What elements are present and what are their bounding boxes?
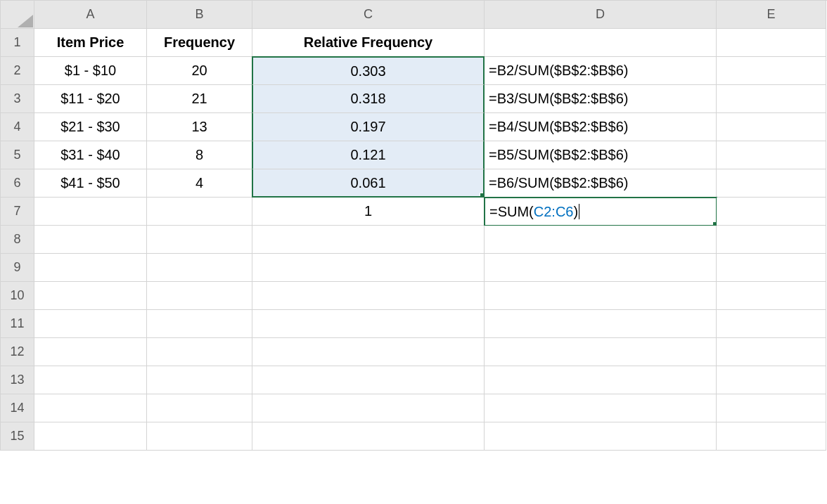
cell-C10[interactable] <box>252 282 485 310</box>
cell-C9[interactable] <box>252 254 485 282</box>
cell-D13[interactable] <box>485 366 717 394</box>
cell-B2[interactable]: 20 <box>147 57 252 85</box>
cell-B4[interactable]: 13 <box>147 113 252 141</box>
cell-D1[interactable] <box>485 29 717 57</box>
cell-B12[interactable] <box>147 338 252 366</box>
cell-B10[interactable] <box>147 282 252 310</box>
cell-A10[interactable] <box>34 282 147 310</box>
cell-D6[interactable]: =B6/SUM($B$2:$B$6) <box>485 169 717 198</box>
cell-A3[interactable]: $11 - $20 <box>34 85 147 113</box>
row-header-3[interactable]: 3 <box>1 85 34 113</box>
cell-D15[interactable] <box>485 422 717 451</box>
cell-D2[interactable]: =B2/SUM($B$2:$B$6) <box>485 57 717 85</box>
row-header-13[interactable]: 13 <box>1 366 34 394</box>
cell-D8[interactable] <box>485 226 717 254</box>
col-header-E[interactable]: E <box>717 1 826 29</box>
cell-C15[interactable] <box>252 422 485 451</box>
cell-A15[interactable] <box>34 422 147 451</box>
cell-D9[interactable] <box>485 254 717 282</box>
row-header-6[interactable]: 6 <box>1 169 34 198</box>
col-header-B[interactable]: B <box>147 1 252 29</box>
cell-C7[interactable]: 1 <box>252 198 485 226</box>
cell-D12[interactable] <box>485 338 717 366</box>
cell-A8[interactable] <box>34 226 147 254</box>
spreadsheet-grid[interactable]: A B C D E 1 Item Price Frequency Relativ… <box>0 0 827 451</box>
cell-E1[interactable] <box>717 29 826 57</box>
row-header-15[interactable]: 15 <box>1 422 34 451</box>
cell-D11[interactable] <box>485 310 717 338</box>
cell-B8[interactable] <box>147 226 252 254</box>
row-header-1[interactable]: 1 <box>1 29 34 57</box>
cell-B7[interactable] <box>147 198 252 226</box>
select-all-corner[interactable] <box>1 1 34 29</box>
cell-C4[interactable]: 0.197 <box>252 113 485 141</box>
cell-E10[interactable] <box>717 282 826 310</box>
cell-A2[interactable]: $1 - $10 <box>34 57 147 85</box>
row-header-5[interactable]: 5 <box>1 141 34 169</box>
cell-E7[interactable] <box>717 198 826 226</box>
cell-A14[interactable] <box>34 394 147 422</box>
cell-C14[interactable] <box>252 394 485 422</box>
cell-C5[interactable]: 0.121 <box>252 141 485 169</box>
cell-A5[interactable]: $31 - $40 <box>34 141 147 169</box>
cell-A6[interactable]: $41 - $50 <box>34 169 147 198</box>
cell-D10[interactable] <box>485 282 717 310</box>
cell-B6[interactable]: 4 <box>147 169 252 198</box>
cell-D3[interactable]: =B3/SUM($B$2:$B$6) <box>485 85 717 113</box>
cell-A12[interactable] <box>34 338 147 366</box>
cell-E11[interactable] <box>717 310 826 338</box>
col-header-C[interactable]: C <box>252 1 485 29</box>
row-header-7[interactable]: 7 <box>1 198 34 226</box>
cell-E5[interactable] <box>717 141 826 169</box>
cell-D14[interactable] <box>485 394 717 422</box>
cell-E8[interactable] <box>717 226 826 254</box>
cell-E15[interactable] <box>717 422 826 451</box>
cell-D4[interactable]: =B4/SUM($B$2:$B$6) <box>485 113 717 141</box>
cell-A4[interactable]: $21 - $30 <box>34 113 147 141</box>
cell-E3[interactable] <box>717 85 826 113</box>
cell-B14[interactable] <box>147 394 252 422</box>
cell-B3[interactable]: 21 <box>147 85 252 113</box>
cell-B11[interactable] <box>147 310 252 338</box>
cell-C2[interactable]: 0.303 <box>252 56 485 85</box>
cell-C13[interactable] <box>252 366 485 394</box>
cell-A1[interactable]: Item Price <box>34 29 147 57</box>
cell-A9[interactable] <box>34 254 147 282</box>
cell-E12[interactable] <box>717 338 826 366</box>
row-header-12[interactable]: 12 <box>1 338 34 366</box>
cell-C3[interactable]: 0.318 <box>252 85 485 113</box>
cell-A13[interactable] <box>34 366 147 394</box>
cell-D7-editing[interactable]: =SUM(C2:C6) <box>484 197 717 226</box>
cell-C6[interactable]: 0.061 <box>252 169 485 198</box>
cell-C12[interactable] <box>252 338 485 366</box>
row-header-10[interactable]: 10 <box>1 282 34 310</box>
cell-A7[interactable] <box>34 198 147 226</box>
row-header-14[interactable]: 14 <box>1 394 34 422</box>
cell-E13[interactable] <box>717 366 826 394</box>
cell-C8[interactable] <box>252 226 485 254</box>
cell-C1[interactable]: Relative Frequency <box>252 29 485 57</box>
cell-B1[interactable]: Frequency <box>147 29 252 57</box>
cell-B13[interactable] <box>147 366 252 394</box>
formula-suffix: ) <box>574 204 579 220</box>
row-header-11[interactable]: 11 <box>1 310 34 338</box>
col-header-D[interactable]: D <box>485 1 717 29</box>
cell-D5[interactable]: =B5/SUM($B$2:$B$6) <box>485 141 717 169</box>
row-header-2[interactable]: 2 <box>1 57 34 85</box>
cell-E2[interactable] <box>717 57 826 85</box>
row-header-8[interactable]: 8 <box>1 226 34 254</box>
cell-C11[interactable] <box>252 310 485 338</box>
cell-A11[interactable] <box>34 310 147 338</box>
cell-E6[interactable] <box>717 169 826 198</box>
cell-B9[interactable] <box>147 254 252 282</box>
cell-E4[interactable] <box>717 113 826 141</box>
cell-B15[interactable] <box>147 422 252 451</box>
col-header-A[interactable]: A <box>34 1 147 29</box>
text-caret <box>579 204 579 219</box>
row-header-4[interactable]: 4 <box>1 113 34 141</box>
formula-prefix: =SUM( <box>489 204 534 220</box>
cell-B5[interactable]: 8 <box>147 141 252 169</box>
cell-E14[interactable] <box>717 394 826 422</box>
cell-E9[interactable] <box>717 254 826 282</box>
row-header-9[interactable]: 9 <box>1 254 34 282</box>
